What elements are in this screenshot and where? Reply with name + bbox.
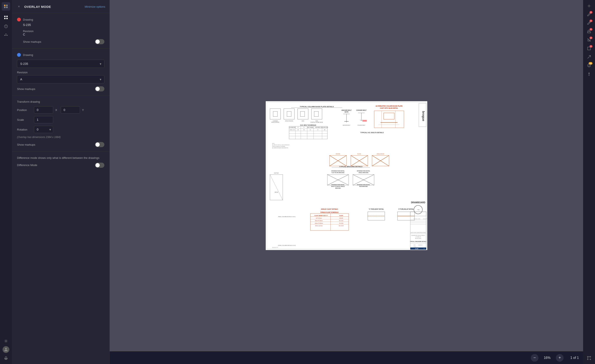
close-button[interactable]: ×: [16, 4, 22, 9]
drawing-canvas[interactable]: TYPICAL COLUMN BASE PLATE DETAILS CORNER…: [110, 0, 583, 351]
drawing-2-select[interactable]: S-235: [17, 60, 104, 68]
svg-point-181: [590, 359, 591, 360]
svg-text:SCALE: SCALE: [413, 246, 416, 247]
svg-text:'Z' PURLIN/LAP DETAIL: 'Z' PURLIN/LAP DETAIL: [398, 208, 414, 210]
svg-text:RAFTER: RAFTER: [274, 172, 279, 174]
drawing-2-revision-select[interactable]: A B C: [17, 75, 104, 83]
position-x-input[interactable]: [34, 106, 53, 114]
rt-badge-pencil-3: 2: [589, 28, 592, 31]
rt-bottom-spacer: [585, 354, 593, 362]
right-toolbar: 2 2 2 2 2 16 16: [583, 0, 595, 364]
drawing-1-revision-label: Revision: [23, 29, 104, 33]
drawing-2-markups-row: Show markups: [17, 86, 104, 92]
transform-markups-label: Show markups: [17, 143, 35, 146]
svg-text:PURLIN CLEAT SCHEDULE: PURLIN CLEAT SCHEDULE: [320, 212, 338, 213]
rt-icon-pencil-3[interactable]: 2: [585, 28, 593, 35]
bottom-toolbar: − 16% + 1 of 1: [110, 351, 583, 364]
svg-rect-168: [362, 120, 367, 122]
drawing-1-markups-label: Show markups: [23, 40, 41, 43]
drawing-1-markups-toggle[interactable]: [95, 39, 104, 44]
drawing-2-markups-label: Show markups: [17, 87, 35, 91]
transform-markups-toggle[interactable]: [95, 142, 104, 147]
svg-text:DATE: DATE: [418, 218, 420, 219]
svg-line-173: [588, 56, 591, 58]
svg-text:NOTE: NOTE: [344, 111, 348, 113]
scale-row: Scale: [17, 116, 104, 123]
scale-input[interactable]: [34, 116, 53, 123]
diff-mode-toggle[interactable]: [95, 163, 104, 168]
svg-text:100mm TO 200mm: 100mm TO 200mm: [315, 223, 323, 224]
zoom-out-button[interactable]: −: [531, 354, 538, 362]
app-logo[interactable]: [2, 2, 10, 11]
svg-text:REEL COLUMN DETAILS U.N.O.: REEL COLUMN DETAILS U.N.O.: [278, 216, 296, 217]
svg-rect-2: [4, 18, 6, 19]
svg-text:ALTERNATIVE COLUMN BASE PLATE: ALTERNATIVE COLUMN BASE PLATE: [375, 105, 402, 107]
rt-icon-pencil-1[interactable]: 2: [585, 11, 593, 18]
minimize-link[interactable]: Minimize options: [85, 5, 105, 8]
svg-text:MIN EDGE DIST: MIN EDGE DIST: [321, 127, 328, 128]
zoom-in-button[interactable]: +: [556, 354, 564, 362]
svg-point-15: [5, 357, 7, 358]
svg-text:S: S: [304, 127, 304, 128]
svg-text:200: 200: [324, 129, 325, 130]
y-axis-label: Y: [82, 108, 85, 112]
svg-text:TYPICAL STEELWORK DETAILS: TYPICAL STEELWORK DETAILS: [410, 241, 426, 242]
diff-description: Difference mode shows only what is diffe…: [17, 156, 104, 160]
x-axis-label: X: [55, 108, 59, 112]
svg-text:BOLT GRADE: BOLT GRADE: [307, 127, 313, 128]
rt-icon-pen-bottom[interactable]: [585, 70, 593, 78]
svg-text:150: 150: [303, 129, 305, 130]
svg-text:CLEAT HEIGHT DIST 'X': CLEAT HEIGHT DIST 'X': [314, 215, 328, 216]
rt-icon-square[interactable]: 2: [585, 45, 593, 52]
sidebar-icon-info[interactable]: [2, 22, 10, 30]
svg-text:BEAM: BEAM: [275, 192, 278, 193]
user-avatar[interactable]: [3, 346, 9, 353]
svg-text:BACK TO BACK ANGLE: BACK TO BACK ANGLE: [331, 186, 345, 187]
rt-icon-transform[interactable]: [585, 354, 593, 362]
position-y-input[interactable]: [61, 106, 80, 114]
sidebar-icon-settings[interactable]: [2, 337, 10, 345]
drawing-2-markups-toggle[interactable]: [95, 86, 104, 92]
svg-text:90 x 12 CB: 90 x 12 CB: [339, 225, 343, 226]
drawing-section-1-header: Drawing: [17, 18, 104, 21]
svg-text:SHS/CHS/RHS: SHS/CHS/RHS: [285, 120, 293, 122]
svg-text:PORTAL FRAME BASE: PORTAL FRAME BASE: [310, 122, 323, 123]
svg-text:CLEAT: CLEAT: [339, 215, 343, 216]
rt-icon-settings[interactable]: [585, 2, 593, 10]
drawing-2-revision-label: Revision: [17, 71, 104, 74]
svg-text:1 FUNGE ST: 1 FUNGE ST: [415, 236, 421, 237]
sidebar-icon-stamp[interactable]: [2, 354, 10, 362]
rt-badge-crop: 2: [589, 36, 592, 39]
svg-point-8: [4, 35, 5, 36]
rotation-select-wrapper: 0 90 180 270: [34, 126, 53, 133]
diff-label: Difference Mode: [17, 164, 37, 167]
rt-icon-arrow[interactable]: [585, 53, 593, 61]
rotation-select[interactable]: 0 90 180 270: [34, 126, 53, 133]
svg-text:200mm and Over: 200mm and Over: [315, 225, 322, 226]
drawing-section-2-header: Drawing: [17, 53, 104, 57]
svg-text:ALL DIMENSIONS ARE IN MILLIMET: ALL DIMENSIONS ARE IN MILLIMETERS: [272, 147, 288, 148]
drawing-2-revision-section: Revision A B C: [17, 71, 104, 83]
svg-text:DRAWBOARD DEVELOPMENT: DRAWBOARD DEVELOPMENT: [411, 235, 425, 236]
rotation-label: Rotation: [17, 128, 32, 131]
svg-text:ANGLE BRACING: ANGLE BRACING: [358, 172, 368, 173]
svg-text:→: →: [416, 207, 420, 212]
position-row: Position X Y: [17, 106, 104, 114]
svg-text:FLAT PLATE BRACING: FLAT PLATE BRACING: [332, 172, 344, 173]
sidebar-bottom: [2, 337, 10, 362]
rt-badge-pencil-2: 2: [589, 20, 592, 22]
rt-icon-number[interactable]: 16 16: [585, 62, 593, 69]
svg-rect-3: [6, 18, 8, 19]
drawing-1-markups-row: Show markups: [23, 39, 104, 44]
rt-icon-crop[interactable]: 2: [585, 36, 593, 44]
position-label: Position: [17, 108, 32, 112]
drawing-sheet: TYPICAL COLUMN BASE PLATE DETAILS CORNER…: [266, 101, 427, 250]
sidebar-icon-grid[interactable]: [2, 14, 10, 21]
svg-text:130: 130: [297, 129, 299, 130]
sidebar-icon-nodes[interactable]: [2, 31, 10, 39]
rt-icon-pencil-2[interactable]: 2: [585, 19, 593, 27]
svg-text:NOTE:: NOTE:: [272, 143, 275, 144]
rotation-row: Rotation 0 90 180 270: [17, 126, 104, 133]
svg-text:ANCHOR BOLT: ANCHOR BOLT: [341, 109, 352, 111]
svg-text:COGGED BOLT: COGGED BOLT: [356, 109, 367, 111]
